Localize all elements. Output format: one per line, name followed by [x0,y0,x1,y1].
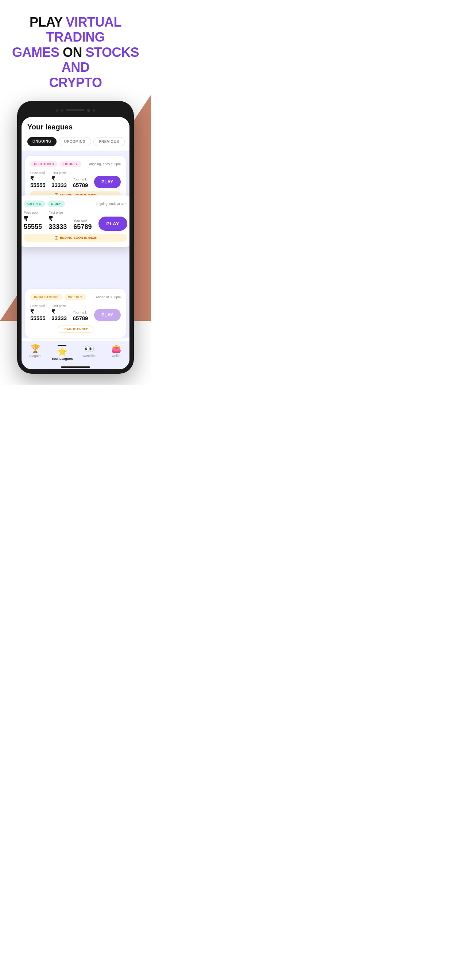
play-button-us[interactable]: PLAY [94,176,121,188]
hero-text-games: GAMES [12,45,59,60]
india-your-rank-value: 65789 [73,315,88,321]
watchlist-label: Watchlist [83,354,96,358]
floating-prize-pool-value: ₹ 55555 [24,215,43,231]
prize-pool-value: ₹ 55555 [30,175,46,188]
league-card-india-stocks: INDIA STOCKS WEEKLY ended at 3:30pm Priz… [25,289,126,338]
india-card-top-row: INDIA STOCKS WEEKLY ended at 3:30pm [30,294,121,301]
floating-prize-pool-label: Prize pool [24,211,43,215]
bottom-nav: 🏆 Leagues ⭐ Your Leagues 👀 Watchlist 👛 [22,341,129,363]
nav-item-leagues[interactable]: 🏆 Leagues [22,345,48,361]
hero-text-on: ON [59,45,86,60]
active-bar [57,345,66,346]
prize-pool-label: Prize pool [30,171,46,175]
home-bar [61,366,90,368]
nav-item-your-leagues[interactable]: ⭐ Your Leagues [48,345,75,361]
india-first-prize-label: First prize [51,304,67,308]
nav-item-wallet[interactable]: 👛 Wallet [102,345,129,361]
notch-speaker [66,110,84,111]
india-status: ended at 3:30pm [96,295,121,299]
nav-item-watchlist[interactable]: 👀 Watchlist [75,345,102,361]
phone-mockup: Your leagues ONGOING UPCOMING PREVIOUS U… [0,97,151,385]
play-button-india[interactable]: PLAY [94,309,121,321]
phone-notch [22,105,129,116]
tag-crypto: CRYPTO [24,200,45,207]
tab-previous[interactable]: PREVIOUS [93,137,125,146]
play-button-crypto[interactable]: PLAY [99,216,127,231]
floating-stats-row: Prize pool ₹ 55555 First prize ₹ 33333 Y… [24,211,127,231]
tag-us-stocks: US STOCKS [30,161,57,167]
floating-your-rank-value: 65789 [73,223,92,231]
leagues-icon: 🏆 [30,345,40,353]
tab-ongoing[interactable]: ONGOING [27,137,57,146]
your-rank-label: Your rank [73,178,88,181]
hero-section: PLAY VIRTUAL TRADING GAMES ON STOCKS AND… [0,0,151,97]
floating-card-crypto: CRYPTO DAILY ongoing, ends at 3pm Prize … [22,196,129,247]
hero-text-crypto: CRYPTO [49,75,102,90]
india-tags-row: INDIA STOCKS WEEKLY [30,294,86,301]
tags-row: US STOCKS HOURLY [30,161,81,167]
tab-upcoming[interactable]: UPCOMING [59,137,91,146]
floating-first-prize-value: ₹ 33333 [48,215,67,231]
notch-dot-left [56,110,58,111]
wallet-label: Wallet [112,354,121,358]
india-first-prize-value: ₹ 33333 [51,309,67,321]
notch-camera [87,109,90,112]
floating-your-rank-label: Your rank [73,219,92,223]
screen-title: Your leagues [27,123,73,131]
tag-weekly: WEEKLY [65,294,86,301]
india-stat-prize-pool: Prize pool ₹ 55555 [30,304,46,321]
india-stat-first-prize: First prize ₹ 33333 [51,304,67,321]
tag-daily: DAILY [48,200,65,207]
stat-prize-pool: Prize pool ₹ 55555 [30,171,46,188]
phone-screen: Your leagues ONGOING UPCOMING PREVIOUS U… [22,117,129,369]
first-prize-value: ₹ 33333 [51,175,67,188]
notch-dot-right [93,110,95,111]
stat-first-prize: First prize ₹ 33333 [51,171,67,188]
india-your-rank-label: Your rank [73,310,88,314]
floating-first-prize-label: First prize [48,211,67,215]
stat-your-rank: Your rank 65789 [73,178,88,188]
card-top-row: US STOCKS HOURLY ongoing, ends at 3pm [30,161,121,167]
phone-frame: Your leagues ONGOING UPCOMING PREVIOUS U… [17,101,134,374]
first-prize-label: First prize [51,171,67,175]
your-leagues-icon: ⭐ [57,348,67,356]
floating-card-top-row: CRYPTO DAILY ongoing, ends at 3pm [24,200,127,207]
league-ended-banner: LEAGUE ENDED [57,326,93,333]
ongoing-status: ongoing, ends at 3pm [89,162,121,166]
floating-tags-row: CRYPTO DAILY [24,200,65,207]
notch-dot [61,110,63,111]
floating-ending-soon-banner: ⏳ ENDING SOON IN 04:25 [24,234,127,242]
your-rank-value: 65789 [73,182,88,188]
ended-banner-row: LEAGUE ENDED [30,324,121,333]
india-prize-pool-value: ₹ 55555 [30,309,46,321]
tag-hourly: HOURLY [60,161,81,167]
floating-stat-prize-pool: Prize pool ₹ 55555 [24,211,43,231]
screen-header: Your leagues [22,117,129,134]
india-stat-your-rank: Your rank 65789 [73,310,88,321]
leagues-label: Leagues [29,354,41,358]
floating-stat-your-rank: Your rank 65789 [73,219,92,231]
floating-ongoing-status: ongoing, ends at 3pm [96,202,127,205]
india-prize-pool-label: Prize pool [30,304,46,308]
tag-india-stocks: INDIA STOCKS [30,294,62,301]
screen-content: Your leagues ONGOING UPCOMING PREVIOUS U… [22,117,129,369]
india-stats-row: Prize pool ₹ 55555 First prize ₹ 33333 Y… [30,304,121,321]
stats-row: Prize pool ₹ 55555 First prize ₹ 33333 Y… [30,171,121,188]
your-leagues-label: Your Leagues [51,357,73,361]
floating-stat-first-prize: First prize ₹ 33333 [48,211,67,231]
floating-ending-soon-text: ENDING SOON IN 04:25 [60,236,97,240]
hero-text-play: PLAY [30,14,66,30]
home-indicator [22,363,129,369]
tabs-row: ONGOING UPCOMING PREVIOUS [22,134,129,151]
watchlist-icon: 👀 [84,345,94,353]
wallet-icon: 👛 [111,345,121,353]
floating-hourglass-icon: ⏳ [54,236,58,240]
